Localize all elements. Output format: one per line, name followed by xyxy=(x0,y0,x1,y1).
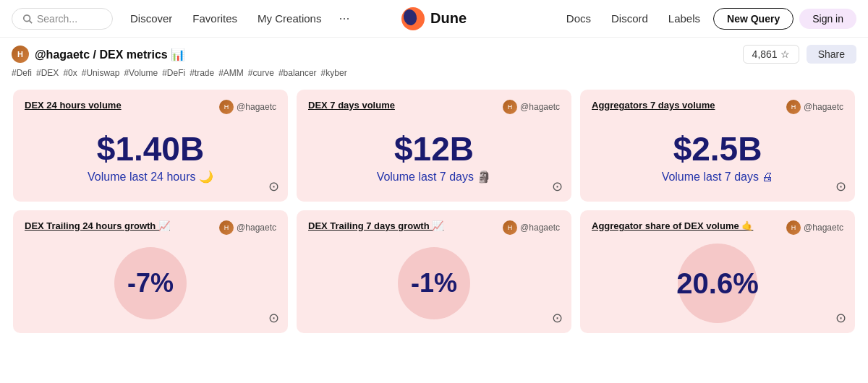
card-avatar: H xyxy=(503,100,517,114)
page-actions: 4,861 ☆ Share xyxy=(743,45,856,64)
card-body: -1% xyxy=(308,244,560,323)
card-gauge: -1% xyxy=(308,244,560,323)
check-icon: ⊙ xyxy=(552,310,563,326)
tag-kyber[interactable]: #kyber xyxy=(321,68,347,78)
nav-discord[interactable]: Discord xyxy=(604,8,655,29)
page-header: H @hagaetc / DEX metrics 📊 4,861 ☆ Share xyxy=(0,38,868,66)
search-box[interactable]: Search... xyxy=(12,8,113,30)
card-avatar: H xyxy=(219,100,234,114)
card-title[interactable]: Aggregators 7 days volume xyxy=(592,100,715,111)
sign-in-button[interactable]: Sign in xyxy=(799,9,856,29)
gauge-circle: -7% xyxy=(114,247,187,319)
card-title[interactable]: DEX Trailing 24 hours growth 📈 xyxy=(25,220,170,231)
card-author: H @hagaetc xyxy=(219,100,276,114)
card-title[interactable]: DEX Trailing 7 days growth 📈 xyxy=(308,220,443,231)
gauge-value: 20.6% xyxy=(676,267,758,300)
card-title[interactable]: DEX 24 hours volume xyxy=(25,100,122,111)
card-avatar: H xyxy=(786,100,801,114)
logo-text: Dune xyxy=(430,10,467,27)
nav-favorites[interactable]: Favorites xyxy=(184,8,246,29)
nav-my-creations[interactable]: My Creations xyxy=(249,8,330,29)
card-body: $12B Volume last 7 days 🗿 xyxy=(308,123,560,192)
star-count-value: 4,861 xyxy=(752,48,778,60)
page-title-area: H @hagaetc / DEX metrics 📊 xyxy=(12,46,185,63)
svg-point-0 xyxy=(24,14,30,21)
card-gauge: -7% xyxy=(25,244,276,323)
card-big-value: $2.5B xyxy=(673,131,762,168)
card-header: Aggregators 7 days volume H @hagaetc xyxy=(592,100,843,114)
search-icon xyxy=(22,14,33,24)
nav-docs[interactable]: Docs xyxy=(559,8,598,29)
card-header: DEX 7 days volume H @hagaetc xyxy=(308,100,560,114)
svg-line-1 xyxy=(30,20,33,23)
card-body: $2.5B Volume last 7 days 🖨 xyxy=(592,123,843,192)
gauge-circle: 20.6% xyxy=(678,244,757,323)
card-header: Aggregator share of DEX volume 🤙 H @haga… xyxy=(592,220,843,235)
cards-grid: DEX 24 hours volume H @hagaetc $1.40B Vo… xyxy=(0,85,868,337)
card-avatar: H xyxy=(503,220,517,235)
check-icon: ⊙ xyxy=(552,178,563,194)
card-body: -7% xyxy=(25,244,276,323)
check-icon: ⊙ xyxy=(835,310,846,326)
card-header: DEX Trailing 7 days growth 📈 H @hagaetc xyxy=(308,220,560,235)
card-header: DEX 24 hours volume H @hagaetc xyxy=(25,100,276,114)
star-icon: ☆ xyxy=(780,48,790,60)
tag-dex[interactable]: #DEX xyxy=(36,68,59,78)
page-title: @hagaetc / DEX metrics 📊 xyxy=(35,48,185,61)
card-avatar: H xyxy=(219,220,234,235)
tag-volume[interactable]: #Volume xyxy=(124,68,158,78)
card-dex-24h-volume: DEX 24 hours volume H @hagaetc $1.40B Vo… xyxy=(13,90,288,202)
search-placeholder: Search... xyxy=(37,13,77,25)
tag-balancer[interactable]: #balancer xyxy=(278,68,317,78)
tag-trade[interactable]: #trade xyxy=(190,68,214,78)
nav-more[interactable]: ··· xyxy=(333,7,355,30)
tag-0x[interactable]: #0x xyxy=(63,68,77,78)
avatar: H xyxy=(12,46,29,63)
card-body: $1.40B Volume last 24 hours 🌙 xyxy=(25,123,276,192)
tag-defi2[interactable]: #DeFi xyxy=(162,68,185,78)
logo-area: Dune xyxy=(401,7,467,30)
card-gauge: 20.6% xyxy=(592,244,843,323)
card-avatar: H xyxy=(786,220,801,235)
card-body: 20.6% xyxy=(592,244,843,323)
new-query-button[interactable]: New Query xyxy=(713,8,793,30)
nav-labels[interactable]: Labels xyxy=(661,8,707,29)
card-big-value: $12B xyxy=(394,131,474,168)
tag-curve[interactable]: #curve xyxy=(248,68,274,78)
gauge-value: -1% xyxy=(411,268,457,298)
tag-uniswap[interactable]: #Uniswap xyxy=(82,68,120,78)
gauge-value: -7% xyxy=(127,268,174,298)
card-title[interactable]: Aggregator share of DEX volume 🤙 xyxy=(592,220,753,231)
tag-amm[interactable]: #AMM xyxy=(218,68,244,78)
card-aggregators-7d: Aggregators 7 days volume H @hagaetc $2.… xyxy=(580,90,855,202)
check-icon: ⊙ xyxy=(835,178,846,194)
card-big-value: $1.40B xyxy=(97,131,204,168)
navbar: Search... Discover Favorites My Creation… xyxy=(0,0,868,38)
card-dex-7d-volume: DEX 7 days volume H @hagaetc $12B Volume… xyxy=(297,90,571,202)
card-title[interactable]: DEX 7 days volume xyxy=(308,100,395,111)
card-author: H @hagaetc xyxy=(503,220,560,235)
share-button[interactable]: Share xyxy=(807,45,856,64)
card-trailing-7d: DEX Trailing 7 days growth 📈 H @hagaetc … xyxy=(297,210,571,333)
card-aggregator-share: Aggregator share of DEX volume 🤙 H @haga… xyxy=(580,210,855,333)
card-sub-label: Volume last 7 days 🖨 xyxy=(662,171,774,184)
card-header: DEX Trailing 24 hours growth 📈 H @hagaet… xyxy=(25,220,276,235)
check-icon: ⊙ xyxy=(268,178,279,194)
card-author: H @hagaetc xyxy=(786,220,843,235)
card-sub-label: Volume last 24 hours 🌙 xyxy=(88,170,213,184)
tag-defi[interactable]: #Defi xyxy=(12,68,32,78)
check-icon: ⊙ xyxy=(268,310,279,326)
card-author: H @hagaetc xyxy=(219,220,276,235)
card-trailing-24h: DEX Trailing 24 hours growth 📈 H @hagaet… xyxy=(13,210,288,333)
card-author: H @hagaetc xyxy=(786,100,843,114)
dune-logo-icon xyxy=(401,7,425,30)
nav-discover[interactable]: Discover xyxy=(122,8,181,29)
star-count[interactable]: 4,861 ☆ xyxy=(743,45,799,64)
card-author: H @hagaetc xyxy=(503,100,560,114)
title-emoji: 📊 xyxy=(171,48,185,61)
nav-links: Discover Favorites My Creations ··· xyxy=(122,7,355,30)
gauge-circle: -1% xyxy=(398,247,470,319)
tags-row: #Defi #DEX #0x #Uniswap #Volume #DeFi #t… xyxy=(0,66,868,85)
card-sub-label: Volume last 7 days 🗿 xyxy=(377,170,492,184)
right-nav: Docs Discord Labels New Query Sign in xyxy=(559,8,856,30)
